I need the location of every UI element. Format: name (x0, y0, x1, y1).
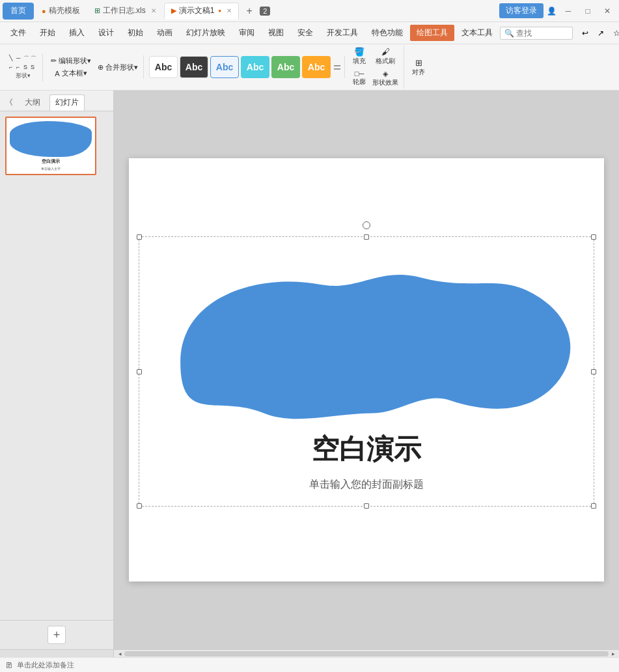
panel-tab-outline[interactable]: 大纲 (20, 95, 46, 110)
title-bar: 首页 ● 稿壳模板 ⊞ 工作日志.xls ✕ ▶ 演示文稿1 ● ✕ + 2 访… (0, 0, 619, 22)
handle-mr[interactable] (591, 369, 596, 374)
tab-xls-close[interactable]: ✕ (151, 7, 156, 14)
handle-tc[interactable] (364, 234, 369, 240)
new-tab-button[interactable]: + (240, 3, 258, 20)
menu-tab-insert[interactable]: 插入 (62, 25, 91, 41)
text-box-btn[interactable]: A 文本框▾ (48, 68, 94, 79)
canvas-area[interactable]: 空白演示 单击输入您的封面副标题 − (114, 91, 619, 649)
merge-icon: ⊕ (98, 63, 103, 72)
handle-tr[interactable] (591, 234, 596, 240)
add-slide-area: + (0, 620, 113, 649)
toolbar-group-shape: ╲─⌒⌒ ⌐⌐SS 形状▾ (4, 53, 43, 81)
scroll-left-arrow[interactable]: ◂ (115, 651, 124, 657)
format-brush-btn[interactable]: 🖌 格式刷 (370, 46, 401, 67)
align-icon: ⊞ (415, 58, 422, 68)
style-btn-cyan[interactable]: Abc (241, 56, 269, 78)
style-btn-green[interactable]: Abc (271, 56, 300, 78)
undo-btn[interactable]: ↩ (578, 26, 592, 40)
thumb-title: 空白演示 (7, 158, 95, 165)
tab-xls-label: 工作日志.xls (103, 5, 146, 16)
slide-subtitle[interactable]: 单击输入您的封面副标题 (129, 478, 604, 492)
scrollbar-track[interactable]: ◂ ▸ (114, 651, 619, 657)
handle-bc[interactable] (364, 503, 369, 509)
bookmark-btn[interactable]: ☆ (609, 26, 619, 40)
menu-tab-dev[interactable]: 开发工具 (320, 25, 365, 41)
toolbar-group-format: 🪣 填充 🖌 格式刷 □─ 轮廓 ◈ 形状效果 (348, 46, 404, 89)
search-icon: 🔍 (504, 29, 514, 38)
login-button[interactable]: 访客登录 (499, 3, 543, 18)
merge-label: 合并形状▾ (105, 63, 138, 72)
handle-br[interactable] (591, 503, 596, 509)
scroll-right-arrow[interactable]: ▸ (609, 651, 618, 657)
minimize-button[interactable]: ─ (559, 4, 577, 18)
slide-panel: 《 大纲 幻灯片 1 空白演示 单击输入文字 + (0, 91, 114, 649)
scrollbar-thumb[interactable] (124, 651, 609, 656)
tab-home[interactable]: 首页 (3, 3, 34, 20)
panel-collapse-btn[interactable]: 《 (5, 97, 13, 108)
effect-btn[interactable]: ◈ 形状效果 (370, 68, 401, 89)
slide-canvas[interactable]: 空白演示 单击输入您的封面副标题 (129, 158, 604, 581)
scrollbar-h: ◂ ▸ (0, 649, 619, 657)
rotate-handle[interactable] (363, 221, 370, 229)
tab-template[interactable]: ● 稿壳模板 (35, 3, 87, 20)
menu-tab-draw[interactable]: 绘图工具 (410, 25, 454, 41)
menu-tab-text[interactable]: 文本工具 (455, 25, 499, 41)
tab-ppt-close[interactable]: ✕ (227, 7, 232, 14)
maximize-button[interactable]: □ (579, 4, 597, 18)
search-box[interactable]: 🔍 (500, 27, 573, 40)
menu-right-btns: ↩ ↗ ☆ ? ··· (578, 26, 619, 40)
merge-shapes-btn[interactable]: ⊕ 合并形状▾ (95, 62, 141, 73)
style-btn-dark[interactable]: Abc (180, 56, 208, 78)
menu-tab-animation[interactable]: 动画 (150, 25, 179, 41)
shape-tool-btn[interactable]: ╲─⌒⌒ ⌐⌐SS 形状▾ (7, 53, 40, 81)
text-box-icon: A (55, 70, 59, 77)
style-btn-blue[interactable]: Abc (210, 56, 239, 78)
menu-tab-security[interactable]: 安全 (291, 25, 320, 41)
fill-btn[interactable]: 🪣 填充 (350, 46, 368, 67)
add-note-btn[interactable]: 单击此处添加备注 (17, 660, 74, 670)
tab-ppt-label: 演示文稿1 (179, 5, 215, 16)
toolbar-group-styles: Abc Abc Abc Abc Abc Abc (146, 56, 345, 78)
format-grid: 🪣 填充 🖌 格式刷 □─ 轮廓 ◈ 形状效果 (350, 46, 401, 89)
outline-btn[interactable]: □─ 轮廓 (350, 68, 368, 89)
panel-tab-slides[interactable]: 幻灯片 (49, 94, 85, 111)
menu-tab-slideshow[interactable]: 幻灯片放映 (180, 25, 232, 41)
toolbar: ╲─⌒⌒ ⌐⌐SS 形状▾ ✏ 编辑形状▾ A 文本框▾ ⊕ 合并形状▾ Abc… (0, 44, 619, 91)
edit-shape-btn[interactable]: ✏ 编辑形状▾ (48, 55, 94, 66)
handle-ml[interactable] (137, 369, 142, 374)
handle-bl[interactable] (137, 503, 142, 509)
scrollbar-left-spacer (0, 650, 114, 658)
tab-xls[interactable]: ⊞ 工作日志.xls ✕ (88, 3, 163, 20)
menu-tab-feature[interactable]: 特色功能 (365, 25, 409, 41)
tab-template-label: 稿壳模板 (49, 5, 80, 16)
handle-tl[interactable] (137, 234, 142, 240)
shapes-label: 形状▾ (16, 72, 31, 80)
menu-search-area: 🔍 ↩ ↗ ☆ ? ··· (500, 26, 619, 40)
close-button[interactable]: ✕ (598, 4, 616, 18)
menu-tab-review[interactable]: 审阅 (232, 25, 261, 41)
menu-tab-file[interactable]: 文件 (4, 25, 33, 41)
menu-tabs: 文件 开始 插入 设计 初始 动画 幻灯片放映 审阅 视图 安全 开发工具 特色… (0, 22, 619, 44)
person-icon[interactable]: 👤 (545, 5, 558, 18)
note-panel: 🖹 单击此处添加备注 (0, 657, 619, 672)
tab-ppt[interactable]: ▶ 演示文稿1 ● ✕ (164, 3, 240, 20)
menu-tab-view[interactable]: 视图 (262, 25, 290, 41)
menu-tab-design[interactable]: 设计 (92, 25, 120, 41)
slide-list: 1 空白演示 单击输入文字 (0, 111, 113, 620)
edit-shape-label: 编辑形状▾ (59, 56, 91, 66)
fill-icon: 🪣 (354, 47, 365, 57)
share-btn[interactable]: ↗ (594, 26, 608, 40)
add-slide-button[interactable]: + (48, 626, 66, 644)
tab-count: 2 (260, 7, 270, 16)
menu-tab-initial[interactable]: 初始 (121, 25, 150, 41)
note-icon: 🖹 (5, 661, 13, 670)
style-btn-white[interactable]: Abc (149, 56, 178, 78)
slide-thumbnail-1[interactable]: 1 空白演示 单击输入文字 (5, 117, 108, 175)
style-more-btn[interactable] (333, 65, 342, 70)
align-btn[interactable]: ⊞ 对齐 (409, 57, 428, 78)
menu-tab-start[interactable]: 开始 (33, 25, 62, 41)
toolbar-group-edit: ✏ 编辑形状▾ A 文本框▾ ⊕ 合并形状▾ (46, 55, 144, 79)
slide-title[interactable]: 空白演示 (129, 431, 604, 468)
style-btn-orange[interactable]: Abc (302, 56, 331, 78)
search-input[interactable] (516, 29, 568, 38)
